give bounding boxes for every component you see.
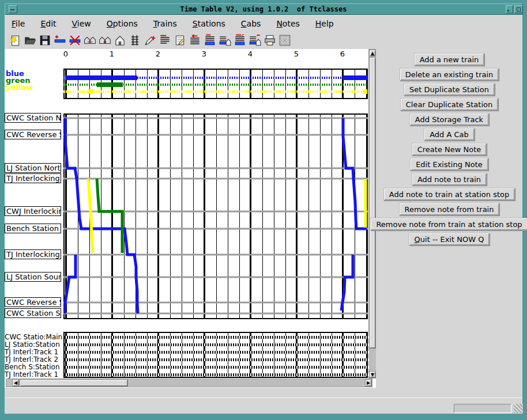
axis-tick-5: 5 [285,50,308,58]
station-label-0[interactable]: CWC Station N [5,113,61,123]
station-label-4[interactable]: CWJ Interlockin [5,206,61,216]
iconify-icon [507,10,509,12]
train-line-yellow [88,179,93,253]
menu-file[interactable]: File [12,19,25,28]
toolbar [5,32,522,49]
station-label-3[interactable]: TJ Interlocking [5,173,61,183]
add-note-to-train-icon[interactable] [203,33,217,47]
add-a-new-train-button[interactable]: Add a new train [414,53,485,66]
menu-bar: FileEditViewOptionsTrainsStationsCabsNot… [5,16,522,32]
track-row-label-5: TJ Interl:Track 1 [5,371,63,379]
edit-existing-note-button[interactable]: Edit Existing Note [410,158,488,171]
window-title: Time Table V2, using 1.0.2 of Ttclasses [180,5,347,13]
overview-active-yellow [88,89,94,94]
station-label-2[interactable]: LJ Station Nort [5,163,61,173]
delete-an-existing-train-button[interactable]: Delete an existing train [400,68,499,81]
station-label-7[interactable]: LJ Station Sour [5,272,61,282]
window-menu-button[interactable] [9,5,17,13]
menu-notes[interactable]: Notes [276,19,299,28]
edit-note-icon[interactable] [173,33,187,47]
timetable-canvas[interactable]: ◀ ▶ ▲ ▼ 0123456bluegreenyellowCWC Statio… [5,49,376,388]
axis-tick-0: 0 [54,50,77,58]
command-panel: Add a new trainDelete an existing trainS… [376,49,522,398]
maximize-button[interactable] [514,5,523,13]
delete-train-icon[interactable] [68,33,82,47]
vertical-scrollbar[interactable]: ▲ ▼ [368,49,377,379]
menu-edit[interactable]: Edit [40,19,56,28]
menu-stations[interactable]: Stations [193,19,225,28]
track-occupancy-band [65,351,369,354]
scroll-left-button[interactable]: ◀ [12,379,19,387]
scroll-down-button[interactable]: ▼ [369,371,376,378]
note-icon[interactable] [158,33,172,47]
train-line-blue [65,118,138,313]
overview-active-blue [343,75,367,80]
scroll-up-button[interactable]: ▲ [369,50,376,56]
remove-note-from-train-at-station-stop-button[interactable]: Remove note from train at station stop [370,218,527,230]
menu-cabs[interactable]: Cabs [241,19,261,28]
horizontal-scroll-thumb[interactable] [20,379,128,387]
station-label-5[interactable]: Bench Station [5,224,61,233]
overview-active-yellow [363,89,367,94]
open-folder-icon[interactable] [23,33,37,47]
train-overview-strip[interactable] [63,69,368,99]
axis-tick-2: 2 [146,50,170,58]
clear-duplicate-station-button[interactable]: Clear Duplicate Station [400,98,498,111]
menu-help[interactable]: Help [315,19,334,28]
station-label-9[interactable]: CWC Station So [5,308,61,318]
remove-note-station-stop-icon[interactable] [248,33,262,47]
set-duplicate-station-button[interactable]: Set Duplicate Station [404,83,495,96]
note-arrow-icon[interactable] [188,33,202,47]
menu-view[interactable]: View [72,19,91,28]
client-area: FileEditViewOptionsTrainsStationsCabsNot… [5,15,522,398]
track-occupancy-band [65,358,369,361]
add-train-icon[interactable] [53,33,67,47]
station-label-1[interactable]: CWC Reverse S [5,130,61,139]
create-new-note-button[interactable]: Create New Note [412,143,487,156]
status-box [454,404,511,413]
remove-note-from-train-icon[interactable] [233,33,247,47]
scroll-right-button[interactable]: ▶ [365,379,372,387]
axis-tick-1: 1 [100,50,123,58]
set-duplicate-station-icon[interactable] [83,33,97,47]
station-label-8[interactable]: CWC Reverse S [5,297,61,307]
maximize-icon [517,7,521,12]
quit-icon[interactable] [278,33,292,47]
axis-tick-6: 6 [331,50,354,58]
add-a-cab-button[interactable]: Add A Cab [424,128,475,141]
menu-trains[interactable]: Trains [153,19,177,28]
train-line-green [97,179,122,253]
save-icon[interactable] [38,33,52,47]
add-cab-icon[interactable] [128,33,142,47]
add-storage-track-button[interactable]: Add Storage Track [409,113,489,126]
clear-duplicate-station-icon[interactable] [98,33,112,47]
track-occupancy-band [65,366,369,369]
menu-options[interactable]: Options [107,19,138,28]
window-menu-icon [10,9,14,10]
add-note-to-train-button[interactable]: Add note to train [412,173,487,186]
add-storage-track-icon[interactable] [113,33,127,47]
horizontal-scrollbar[interactable]: ◀ ▶ [6,379,372,387]
add-note-station-stop-icon[interactable] [218,33,232,47]
train-label-yellow[interactable]: yellow [6,83,63,92]
add-note-to-train-at-station-stop-button[interactable]: Add note to train at station stop [383,188,515,200]
track-row-label-0: CWC Statio:Main [5,334,63,341]
app-window: Time Table V2, using 1.0.2 of Ttclasses … [0,0,527,420]
track-occupancy-grid[interactable] [63,332,368,378]
track-occupancy-band [65,373,369,376]
create-note-icon[interactable] [143,33,157,47]
track-row-label-1: LJ Statio:Station [5,341,63,349]
train-graph[interactable] [63,113,368,319]
train-line-blue [65,255,76,313]
axis-tick-4: 4 [239,50,262,58]
remove-note-from-train-button[interactable]: Remove note from train [399,203,500,215]
vertical-scroll-thumb[interactable] [369,57,376,349]
print-icon[interactable] [263,33,277,47]
title-bar[interactable]: Time Table V2, using 1.0.2 of Ttclasses [5,3,522,15]
resize-grip[interactable] [514,404,523,413]
iconify-button[interactable] [506,5,513,13]
station-label-6[interactable]: TJ Interlocking [5,249,61,259]
track-row-label-2: TJ Interl:Track 1 [5,349,63,356]
quit-exit-now-q-button[interactable]: Quit -- Exit NOW Q [409,233,490,245]
new-file-icon[interactable] [8,33,22,47]
